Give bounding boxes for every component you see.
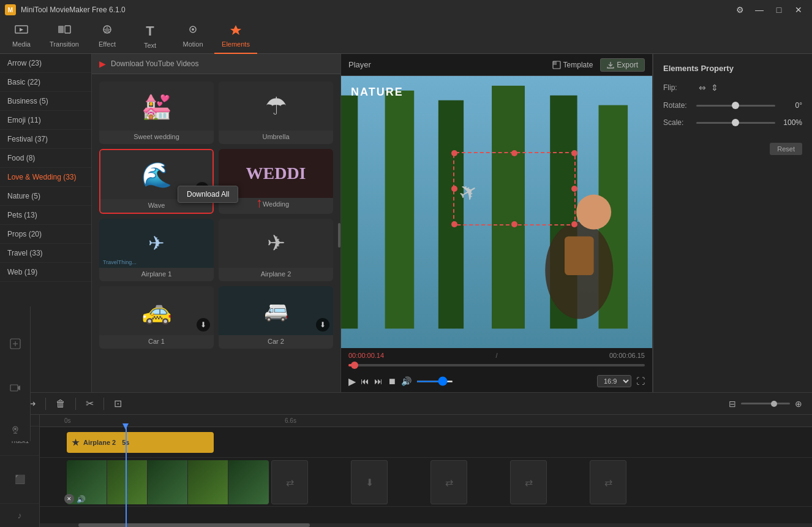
toolbar-separator-2 [75, 398, 76, 410]
toolbar-transition-label: Transition [50, 40, 79, 48]
selection-dot-ml [451, 186, 457, 192]
airplane1-thumb: ✈ TravelThing... [99, 219, 214, 268]
toolbar-media[interactable]: Media [0, 20, 43, 54]
toolbar-text[interactable]: T Text [129, 20, 171, 54]
toolbar-text-label: Text [144, 42, 156, 49]
toolbar-effect[interactable]: Effect [86, 20, 129, 54]
fullscreen-button[interactable]: ⛶ [636, 376, 645, 386]
toolbar-transition[interactable]: Transition [43, 20, 86, 54]
delete-button[interactable]: 🗑 [53, 396, 68, 412]
settings-button[interactable]: ⚙ [731, 4, 748, 16]
element-sweet-wedding[interactable]: 💒 Sweet wedding [99, 82, 214, 144]
airplane1-icon: ✈ [148, 232, 165, 255]
airplane2-timeline-block[interactable]: ★ Airplane 2 5s [67, 432, 214, 453]
sidebar-item-arrow[interactable]: Arrow (23) [0, 54, 91, 73]
flip-horizontal-icon[interactable]: ⇔ [699, 83, 706, 93]
element-car1[interactable]: 🚕 ⬇ Car 1 [99, 286, 214, 349]
toolbar-motion-label: Motion [182, 40, 203, 48]
sidebar-item-props[interactable]: Props (20) [0, 225, 91, 244]
selection-box [453, 152, 576, 226]
progress-bar[interactable] [348, 364, 645, 366]
zoom-in-button[interactable]: ⊕ [792, 396, 805, 411]
reset-button[interactable]: Reset [770, 143, 802, 155]
aspect-ratio-select[interactable]: 16:9 [597, 375, 631, 387]
timeline-scrollbar[interactable] [40, 523, 812, 527]
element-car2[interactable]: 🚐 ⬇ Car 2 [219, 286, 333, 349]
transition-slot-1[interactable]: ⇄ [271, 460, 308, 504]
element-wedding[interactable]: WEDDI Wedding [219, 149, 333, 214]
transition-slot-4[interactable]: ⇄ [510, 460, 547, 504]
maximize-button[interactable]: □ [770, 4, 788, 16]
scale-slider[interactable] [696, 122, 775, 124]
toolbar-elements[interactable]: Elements [214, 20, 257, 54]
car2-icon: 🚐 [264, 299, 288, 322]
sidebar-item-basic[interactable]: Basic (22) [0, 73, 91, 92]
video-block [67, 460, 269, 504]
zoom-slider[interactable] [741, 403, 790, 404]
sidebar-item-emoji[interactable]: Emoji (11) [0, 111, 91, 130]
element-airplane1[interactable]: ✈ TravelThing... Airplane 1 [99, 219, 214, 281]
sidebar-item-travel[interactable]: Travel (33) [0, 244, 91, 263]
window-controls: ⚙ — □ ✕ [731, 4, 807, 16]
element-wave[interactable]: 🌊 ⬇ Wave [99, 149, 214, 214]
properties-title: Elements Property [663, 64, 802, 73]
titlebar: M MiniTool MovieMaker Free 6.1.0 ⚙ — □ ✕ [0, 0, 812, 20]
track-side-icons [0, 306, 31, 441]
export-label: Export [617, 61, 638, 69]
play-button[interactable]: ▶ [348, 376, 356, 387]
playhead [126, 427, 127, 527]
umbrella-label: Umbrella [262, 131, 289, 144]
playback-controls: ▶ ⏮ ⏭ ⏹ 🔊 [348, 376, 453, 387]
sidebar-item-love-wedding[interactable]: Love & Wedding (33) [0, 168, 91, 187]
scale-value: 100% [780, 118, 802, 127]
minimize-button[interactable]: — [751, 4, 768, 16]
stop-button[interactable]: ⏹ [388, 376, 396, 386]
car1-download-btn[interactable]: ⬇ [197, 318, 210, 332]
prev-frame-button[interactable]: ⏮ [361, 376, 369, 386]
cut-button[interactable]: ✂ [83, 395, 96, 412]
sidebar-item-web[interactable]: Web (19) [0, 263, 91, 282]
transition-slot-5[interactable]: ⇄ [590, 460, 626, 504]
player-actions: Template Export [552, 58, 645, 72]
element-airplane2[interactable]: ✈ Airplane 2 [219, 219, 333, 281]
toolbar-motion[interactable]: Motion [171, 20, 214, 54]
sidebar-item-food[interactable]: Food (8) [0, 149, 91, 168]
svg-rect-3 [58, 26, 64, 33]
sidebar-item-festival[interactable]: Festival (37) [0, 130, 91, 149]
player-timeline: 00:00:00.14 / 00:00:06.15 [341, 348, 652, 373]
rotate-label: Rotate: [663, 101, 691, 110]
close-button[interactable]: ✕ [790, 4, 807, 16]
playhead-head [122, 423, 129, 430]
download-slot[interactable]: ⬇ [351, 460, 388, 504]
sweet-wedding-icon: 💒 [141, 92, 172, 121]
time-separator: / [495, 352, 497, 359]
rotate-slider[interactable] [696, 105, 775, 107]
zoom-out-button[interactable]: ⊟ [726, 396, 739, 411]
car2-thumb: 🚐 ⬇ [219, 286, 333, 335]
effect-icon [100, 24, 114, 38]
airplane2-thumb: ✈ [219, 219, 333, 268]
view-controls: 16:9 ⛶ [597, 375, 645, 387]
video-overlay-title: NATURE [351, 86, 404, 99]
flip-vertical-icon[interactable]: ⇕ [711, 83, 718, 93]
x-button[interactable]: ✕ [64, 494, 74, 504]
next-frame-button[interactable]: ⏭ [374, 376, 383, 386]
volume-slider[interactable] [416, 381, 453, 382]
timeline-toolbar: ↩ ↪ 🗑 ✂ ⊡ ⊟ ⊕ [0, 393, 812, 415]
template-button[interactable]: Template [552, 61, 593, 69]
car2-download-btn[interactable]: ⬇ [316, 318, 329, 332]
sidebar-item-nature[interactable]: Nature (5) [0, 187, 91, 206]
download-all-popup[interactable]: Download All [178, 186, 238, 203]
add-track-btn[interactable] [10, 328, 21, 358]
video-frame-5 [228, 460, 269, 504]
volume-button[interactable]: 🔊 [401, 376, 412, 386]
sidebar-item-pets[interactable]: Pets (13) [0, 206, 91, 225]
element-umbrella[interactable]: ☂ Umbrella [219, 82, 333, 144]
export-button[interactable]: Export [600, 58, 645, 72]
wave-icon: 🌊 [141, 161, 172, 189]
sidebar-item-business[interactable]: Business (5) [0, 92, 91, 111]
rotate-row: Rotate: 0° [663, 101, 802, 110]
crop-button[interactable]: ⊡ [111, 395, 124, 412]
video-track-label: ⬛ [0, 456, 39, 503]
transition-slot-3[interactable]: ⇄ [430, 460, 467, 504]
